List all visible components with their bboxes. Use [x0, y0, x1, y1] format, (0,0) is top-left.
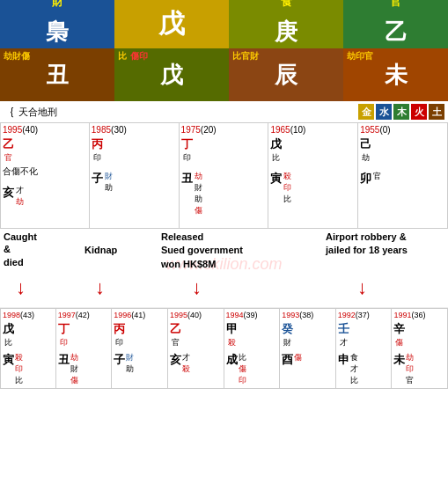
branch-main-0: 丑: [46, 60, 69, 91]
pillar-1-sub-0: 財: [105, 171, 113, 182]
pillar-1-header: 1985(30): [92, 125, 177, 135]
event-caught-arrow: ↓: [16, 276, 26, 299]
pillar-2-sub-0: 劫: [195, 171, 202, 182]
pillar-3-stem: 戊: [270, 136, 282, 152]
brace-left: ｛: [4, 104, 15, 120]
event-kidnap: Kidnap: [84, 245, 117, 255]
pillar-2-top: 丁 印: [181, 136, 267, 164]
branch-cell-1: 比 傷印 戊: [114, 48, 229, 101]
pillar-0-branch: 亥: [3, 185, 14, 208]
bottom-col-5: 1993(38) 癸財 酉 傷: [280, 309, 336, 389]
pillar-3-header: 1965(10): [270, 125, 356, 135]
bottom-col-2-header: 1996(41): [114, 311, 165, 319]
bottom-col-0: 1998(43) 戊比 寅 殺印比: [0, 309, 56, 389]
branch-sub-label-1b: 傷印: [130, 50, 148, 62]
bottom-col-4-header: 1994(39): [226, 311, 278, 319]
bottom-col-5-header: 1993(38): [282, 311, 334, 319]
branch-cell-0: 劫財傷 丑: [0, 48, 114, 101]
bottom-col-1-header: 1997(42): [58, 311, 110, 319]
element-earth: 土: [429, 104, 444, 120]
pillar-4-stem-col: 己 劫: [360, 136, 371, 164]
pillar-2-sub-1: 財: [195, 182, 202, 194]
pillar-0-age: (40): [22, 125, 38, 135]
top-main-0: 梟: [46, 17, 69, 48]
branch-main-1: 戊: [160, 60, 183, 91]
pillar-2-branch: 丑: [181, 171, 193, 216]
pillar-2-header: 1975(20): [181, 125, 267, 135]
element-gold: 金: [358, 104, 374, 120]
pillar-3-sub-0: 殺: [283, 171, 291, 182]
pillar-1-branch-char: 子: [92, 171, 103, 187]
bottom-col-6: 1992(37) 壬才 申 食才比: [336, 309, 393, 389]
pillar-1-stem: 丙: [92, 136, 103, 152]
pillar-3-branch-row: 寅 殺 印 比: [270, 171, 356, 205]
pillar-4: 1955(0) 己 劫 卯 官: [358, 123, 448, 229]
branch-sub-label-0: 劫財傷: [4, 50, 30, 62]
event-section: www.skilion.com Caught&died ↓ Kidnap ↓ R…: [0, 229, 448, 308]
pillar-0-sub-0: 才: [16, 185, 24, 196]
pillar-0-header: 1995(40): [3, 125, 87, 135]
branch-main-2: 辰: [275, 60, 297, 91]
top-sub-char-2: 食: [281, 0, 292, 10]
pillar-3: 1965(10) 戊 比 寅 殺 印 比: [268, 123, 358, 229]
top-char-0: 財: [52, 0, 63, 10]
pillar-3-branch: 寅: [270, 171, 282, 205]
pillar-2-subs: 劫 財 助 傷: [195, 171, 202, 216]
bottom-col-3: 1995(40) 乙官 亥 才殺: [168, 309, 224, 389]
pillar-1-branch-row: 子 財 助: [92, 171, 177, 194]
pillar-1-sub-1: 助: [105, 182, 113, 194]
pillar-4-header: 1955(0): [360, 125, 445, 135]
pillar-1-top: 丙 印: [92, 136, 177, 164]
branch-sub-label-1a: 比: [118, 50, 127, 62]
pillar-3-sub-1: 印: [283, 182, 291, 194]
annotation-row: ｛ 天合地刑 金 水 木 火 土: [0, 101, 448, 122]
top-sub-char-3: 官: [390, 0, 401, 10]
pillar-4-subs: 官: [373, 171, 381, 187]
pillar-1-branch: 子: [92, 171, 103, 194]
bottom-grid: 1998(43) 戊比 寅 殺印比 1997(42) 丁印 丑 劫財傷 1996…: [0, 308, 448, 389]
element-fire: 火: [411, 104, 427, 120]
branch-sub-label-3: 劫印官: [347, 50, 373, 62]
pillar-2-stem: 丁: [181, 136, 193, 152]
pillar-2-year: 1975: [181, 125, 201, 135]
bottom-col-7-header: 1991(36): [393, 311, 445, 319]
pillar-3-branch-char: 寅: [270, 171, 282, 187]
pillar-1-stem-col: 丙 印: [92, 136, 103, 164]
annotation-text: 天合地刑: [18, 106, 57, 119]
pillar-4-top: 己 劫: [360, 136, 445, 164]
event-caught: Caught&died: [4, 231, 37, 268]
pillar-0-branch-char: 亥: [3, 185, 14, 201]
bottom-col-0-header: 1998(43): [3, 311, 54, 319]
bottom-col-7: 1991(36) 辛傷 未 劫印官: [392, 309, 448, 389]
pillar-4-branch-row: 卯 官: [360, 171, 445, 187]
pillar-1-age: (30): [111, 125, 127, 135]
pillar-0-subs: 才 劫: [16, 185, 24, 208]
bottom-col-2: 1996(41) 丙印 子 財助: [112, 309, 168, 389]
pillar-4-stem-sub: 劫: [362, 152, 370, 164]
top-cell-2: 食 庚: [229, 0, 343, 48]
pillar-4-stem: 己: [360, 136, 371, 152]
bottom-col-6-header: 1992(37): [338, 311, 390, 319]
pillar-3-top: 戊 比: [270, 136, 356, 164]
pillar-3-sub-2: 比: [283, 194, 291, 205]
branch-cell-2: 比官財 辰: [229, 48, 343, 101]
pillar-2-stem-col: 丁 印: [181, 136, 193, 164]
pillar-0-stem-col: 乙 官: [3, 136, 14, 164]
pillar-0-stem: 乙: [3, 136, 14, 152]
pillar-0-note: 合傷不化: [3, 165, 87, 178]
pillar-2: 1975(20) 丁 印 丑 劫 財 助 傷: [180, 123, 269, 229]
pillar-1-stem-sub: 印: [93, 152, 101, 164]
pillar-0-year: 1995: [3, 125, 22, 135]
pillar-2-sub-2: 助: [195, 194, 202, 205]
pillar-1: 1985(30) 丙 印 子 財 助: [90, 123, 180, 229]
event-sued: ReleasedSued governmentwon HK$8M: [161, 231, 243, 271]
bottom-col-3-header: 1995(40): [170, 311, 222, 319]
event-airport-arrow: ↓: [357, 276, 367, 299]
pillar-0-branch-row: 亥 才 劫: [3, 185, 87, 208]
top-heavenly-stems: 財 梟 戊 食 庚 官 乙: [0, 0, 448, 48]
pillar-3-subs: 殺 印 比: [283, 171, 291, 205]
pillar-4-age: (0): [379, 125, 390, 135]
branch-cell-3: 劫印官 未: [343, 48, 448, 101]
top-cell-0: 財 梟: [0, 0, 114, 48]
pillar-2-stem-sub: 印: [183, 152, 191, 164]
